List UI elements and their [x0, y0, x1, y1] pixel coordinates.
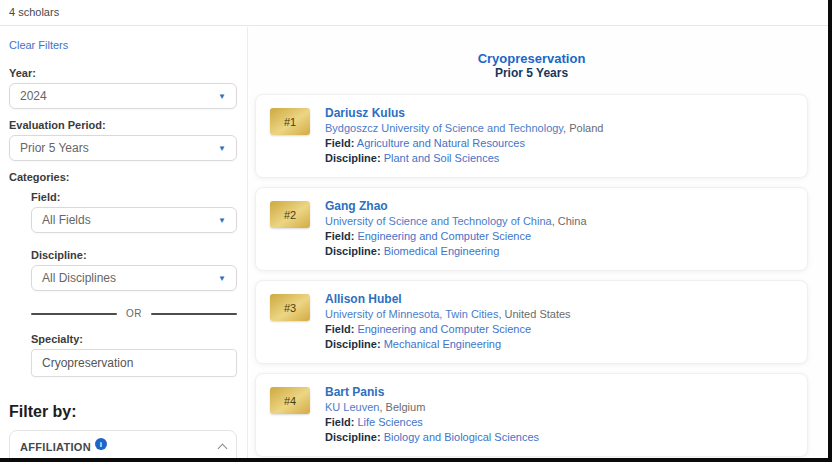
info-icon[interactable]: i: [95, 438, 107, 450]
field-key: Field:: [325, 416, 354, 428]
chevron-down-icon: ▼: [218, 216, 226, 225]
field-key: Field:: [325, 137, 354, 149]
country-text: , Poland: [563, 122, 603, 134]
rank-badge: #2: [270, 201, 310, 228]
field-key: Field:: [325, 323, 354, 335]
discipline-select[interactable]: All Disciplines ▼: [31, 265, 237, 291]
scholar-card: #4 Bart Panis KU Leuven, Belgium Field: …: [255, 373, 808, 457]
discipline-link[interactable]: Biomedical Engineering: [384, 245, 500, 257]
discipline-key: Discipline:: [325, 338, 381, 350]
filter-by-heading: Filter by:: [9, 403, 237, 421]
scholar-discipline-line: Discipline: Biomedical Engineering: [325, 244, 587, 259]
field-label: Field:: [31, 191, 237, 203]
field-link[interactable]: Agriculture and Natural Resources: [357, 137, 525, 149]
discipline-select-value: All Disciplines: [42, 271, 116, 285]
discipline-link[interactable]: Plant and Soil Sciences: [384, 152, 500, 164]
scholar-name-link[interactable]: Dariusz Kulus: [325, 106, 603, 121]
evaluation-period-select-value: Prior 5 Years: [20, 141, 89, 155]
field-key: Field:: [325, 230, 354, 242]
specialty-label: Specialty:: [31, 333, 237, 345]
evaluation-period-select[interactable]: Prior 5 Years ▼: [9, 135, 237, 161]
scholar-card: #3 Allison Hubel University of Minnesota…: [255, 280, 808, 364]
scholar-card: #1 Dariusz Kulus Bydgoszcz University of…: [255, 94, 808, 178]
discipline-key: Discipline:: [325, 431, 381, 443]
results-title: Cryopreservation: [255, 51, 808, 66]
chevron-down-icon: ▼: [218, 92, 226, 101]
scholar-affiliation-line: KU Leuven, Belgium: [325, 400, 539, 415]
scholars-count: 4 scholars: [9, 6, 59, 18]
scholar-discipline-line: Discipline: Mechanical Engineering: [325, 337, 571, 352]
scholar-field-line: Field: Engineering and Computer Science: [325, 229, 587, 244]
year-label: Year:: [9, 67, 237, 79]
app-window: 4 scholars Clear Filters Year: 2024 ▼ Ev…: [0, 0, 832, 462]
scholar-affiliation-line: University of Minnesota, Twin Cities, Un…: [325, 307, 571, 322]
field-link[interactable]: Engineering and Computer Science: [357, 323, 531, 335]
scholar-affiliation-line: University of Science and Technology of …: [325, 214, 587, 229]
scholar-field-line: Field: Engineering and Computer Science: [325, 322, 571, 337]
scholar-info: Dariusz Kulus Bydgoszcz University of Sc…: [325, 106, 603, 166]
or-divider: OR: [31, 308, 237, 319]
country-text: , Belgium: [379, 401, 425, 413]
evaluation-period-label: Evaluation Period:: [9, 119, 237, 131]
discipline-key: Discipline:: [325, 152, 381, 164]
scholar-affiliation-line: Bydgoszcz University of Science and Tech…: [325, 121, 603, 136]
discipline-label: Discipline:: [31, 249, 237, 261]
filter-sidebar: Clear Filters Year: 2024 ▼ Evaluation Pe…: [0, 27, 248, 458]
chevron-up-icon[interactable]: [218, 444, 228, 454]
affiliation-facet: AFFILIATION i Bydgoszcz University of Sc…: [9, 430, 237, 458]
chevron-down-icon: ▼: [218, 274, 226, 283]
university-link[interactable]: Bydgoszcz University of Science and Tech…: [325, 122, 563, 134]
field-select[interactable]: All Fields ▼: [31, 207, 237, 233]
scholar-list: #1 Dariusz Kulus Bydgoszcz University of…: [255, 94, 808, 457]
country-text: , China: [552, 215, 587, 227]
discipline-link[interactable]: Biology and Biological Sciences: [384, 431, 539, 443]
scholar-info: Allison Hubel University of Minnesota, T…: [325, 292, 571, 352]
clear-filters-link[interactable]: Clear Filters: [9, 39, 68, 51]
results-panel: Cryopreservation Prior 5 Years #1 Darius…: [249, 27, 828, 458]
affiliation-facet-header[interactable]: AFFILIATION i: [20, 441, 226, 453]
year-select-value: 2024: [20, 89, 47, 103]
country-text: , United States: [498, 308, 570, 320]
affiliation-facet-title: AFFILIATION: [20, 441, 91, 453]
scholar-info: Gang Zhao University of Science and Tech…: [325, 199, 587, 259]
scholar-card: #2 Gang Zhao University of Science and T…: [255, 187, 808, 271]
university-link[interactable]: University of Minnesota, Twin Cities: [325, 308, 498, 320]
or-divider-label: OR: [126, 308, 142, 319]
year-select[interactable]: 2024 ▼: [9, 83, 237, 109]
results-title-block: Cryopreservation Prior 5 Years: [255, 51, 808, 80]
scholar-discipline-line: Discipline: Plant and Soil Sciences: [325, 151, 603, 166]
scholar-field-line: Field: Agriculture and Natural Resources: [325, 136, 603, 151]
university-link[interactable]: University of Science and Technology of …: [325, 215, 552, 227]
university-link[interactable]: KU Leuven: [325, 401, 379, 413]
field-link[interactable]: Engineering and Computer Science: [357, 230, 531, 242]
rank-badge: #3: [270, 294, 310, 321]
discipline-key: Discipline:: [325, 245, 381, 257]
scholar-name-link[interactable]: Bart Panis: [325, 385, 539, 400]
rank-badge: #1: [270, 108, 310, 135]
rank-badge: #4: [270, 387, 310, 414]
categories-label: Categories:: [9, 171, 237, 183]
scholar-discipline-line: Discipline: Biology and Biological Scien…: [325, 430, 539, 445]
scholar-name-link[interactable]: Gang Zhao: [325, 199, 587, 214]
results-count-bar: 4 scholars: [0, 0, 828, 26]
chevron-down-icon: ▼: [218, 144, 226, 153]
results-subtitle: Prior 5 Years: [255, 66, 808, 80]
scholar-field-line: Field: Life Sciences: [325, 415, 539, 430]
field-select-value: All Fields: [42, 213, 91, 227]
field-link[interactable]: Life Sciences: [357, 416, 422, 428]
scholar-info: Bart Panis KU Leuven, Belgium Field: Lif…: [325, 385, 539, 445]
scholar-name-link[interactable]: Allison Hubel: [325, 292, 571, 307]
specialty-input[interactable]: [31, 349, 237, 377]
discipline-link[interactable]: Mechanical Engineering: [384, 338, 501, 350]
